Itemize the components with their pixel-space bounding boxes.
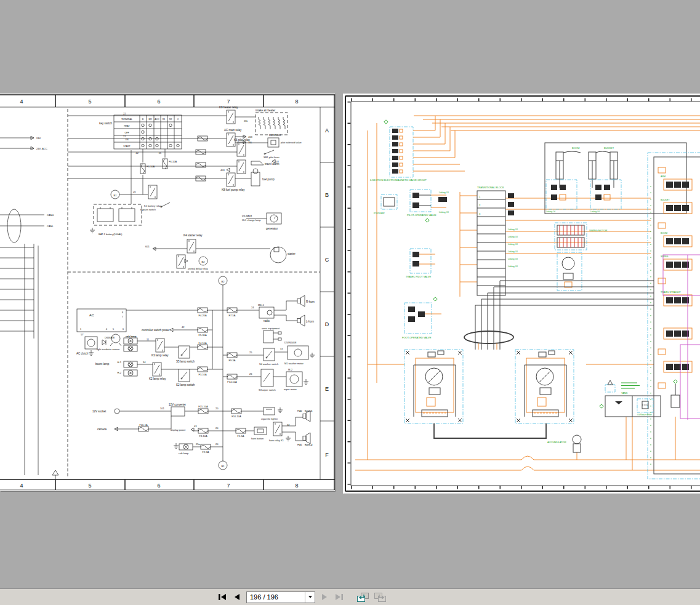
port-label: Linking Oil bbox=[508, 243, 518, 246]
next-page-icon bbox=[321, 593, 328, 601]
pdf-page-left-wiring-diagram: 4 5 6 7 8 4 5 6 7 8 A B C D E F 24V 24V_… bbox=[0, 94, 335, 491]
pin-number: 4 bbox=[106, 328, 107, 331]
component-label: travel alarm bbox=[265, 162, 280, 166]
fuse-label: F5-30A bbox=[198, 334, 206, 337]
transitional-block: TRANSITIONAL BLOCK 1 2 3 Linking Oil Lin… bbox=[477, 186, 518, 295]
component-label: SWING MOTOR bbox=[589, 229, 608, 232]
wire-number: 42 bbox=[182, 326, 185, 329]
port-label: Linking Oil bbox=[590, 210, 600, 213]
grid-col-label: 6 bbox=[157, 98, 160, 105]
pdf-navigation-toolbar: 196 / 196 bbox=[0, 588, 700, 605]
table-header: TERMINAL bbox=[121, 118, 132, 121]
first-page-icon bbox=[218, 593, 227, 601]
component-label: Oil Return Filter bbox=[637, 414, 653, 416]
port-label: Linking Oil bbox=[439, 191, 449, 194]
table-row-label: ON bbox=[125, 138, 129, 141]
dropdown-arrow-icon bbox=[308, 596, 312, 598]
fuse-label: F6-10A bbox=[169, 160, 177, 163]
wire-number: 24 bbox=[251, 306, 254, 309]
component-label: AC bbox=[89, 313, 94, 317]
wire-number: 43 bbox=[194, 425, 197, 428]
pdf-viewer-window: 4 5 6 7 8 4 5 6 7 8 A B C D E F 24V 24V_… bbox=[0, 0, 700, 605]
fuse-label: F5-10A bbox=[147, 165, 155, 168]
table-header: ACC bbox=[155, 118, 159, 121]
pin-number: 5 bbox=[113, 328, 114, 331]
cabin-harness-connector: 24V 24V_ACC CANH CANL bbox=[0, 136, 58, 479]
hydraulic-tank: TANK Oil Return Filter bbox=[600, 380, 680, 417]
first-page-button[interactable] bbox=[217, 591, 228, 603]
component-label: P1 PUMP bbox=[374, 212, 385, 215]
component-label: D6-6A1B bbox=[242, 214, 252, 217]
wiper-row: F14-10A 26 S3 wiper switch M-2 wiper mot… bbox=[223, 368, 308, 391]
pilot-valve-column: P1 PUMP PILOT-OPERATED VALVE Linking Oil… bbox=[374, 190, 449, 339]
component-label: generator bbox=[266, 227, 278, 230]
wire-number: 20 bbox=[215, 443, 219, 446]
wire-number: 26L bbox=[244, 119, 248, 122]
component-label: K4 starter relay bbox=[183, 234, 203, 237]
page-number-input[interactable]: 196 / 196 bbox=[246, 591, 315, 603]
component-label: MD-1 bbox=[258, 303, 265, 307]
wire-number: 20 bbox=[215, 407, 219, 410]
port-label: Linking Oil bbox=[508, 258, 518, 260]
port-label: Linking Oil bbox=[508, 265, 518, 268]
wire-number: 25a bbox=[196, 443, 200, 446]
page-indicator-value[interactable]: 196 / 196 bbox=[247, 593, 305, 601]
wire-number: 22 bbox=[123, 112, 126, 115]
previous-view-button[interactable] bbox=[356, 591, 369, 603]
component-label: K8 fuel pump relay bbox=[222, 188, 245, 191]
valve-section-label: ARM bbox=[661, 175, 666, 178]
component-label: horn button bbox=[251, 437, 264, 440]
next-view-button[interactable] bbox=[373, 591, 387, 603]
component-label: K5 pilot relay bbox=[234, 138, 251, 142]
component-label: cigarette lighter bbox=[261, 417, 278, 420]
grid-row-label: D bbox=[325, 321, 329, 327]
connector-label: B2 bbox=[202, 260, 206, 263]
pin-number: 1 bbox=[80, 328, 81, 331]
wire-number: 601 bbox=[145, 245, 150, 248]
component-label: K2 lamp relay bbox=[149, 377, 166, 380]
component-label: cab lamp bbox=[179, 452, 189, 455]
component-label: camera bbox=[97, 428, 107, 431]
component-label: horn-1 bbox=[305, 409, 313, 412]
pdf-page-right-hydraulic-schematic: 6-SECTION ELECTROMAGNETIC VALVE GROUP P1… bbox=[343, 94, 700, 494]
fuse-label: F1-5A bbox=[238, 435, 244, 438]
last-page-button[interactable] bbox=[334, 591, 345, 603]
fuse-label: F16-10A bbox=[231, 415, 241, 418]
next-page-button[interactable] bbox=[319, 591, 330, 603]
wire-tag: CANL bbox=[47, 225, 54, 228]
component-label: L-horn bbox=[306, 320, 315, 323]
block-row-number: 2 bbox=[479, 204, 481, 207]
fuse-label: F3-10A bbox=[198, 373, 206, 376]
grid-col-label: 4 bbox=[20, 98, 23, 105]
component-label: K3 lamp relay bbox=[151, 354, 169, 357]
cab-lamp-row: cab lamp 11 K3 lamp relay S5 lamp switch… bbox=[124, 335, 223, 363]
battery-starter-section: B1 20 K1 battery relay bypass switch BAT… bbox=[90, 185, 296, 270]
port-label: Linking Oil bbox=[508, 236, 518, 238]
ground-symbol bbox=[52, 470, 58, 479]
right-page-frame bbox=[345, 96, 700, 491]
hydraulic-schematic-svg: 6-SECTION ELECTROMAGNETIC VALVE GROUP P1… bbox=[343, 94, 700, 494]
component-label: controller switch power bbox=[142, 329, 170, 332]
component-label: 12V socket bbox=[92, 410, 107, 413]
connector-label: B1 bbox=[114, 194, 118, 197]
valve-section-label: BOOM bbox=[661, 232, 667, 234]
grid-row-label: B bbox=[325, 192, 329, 198]
component-label: HA2 bbox=[297, 409, 303, 412]
previous-page-button[interactable] bbox=[231, 591, 243, 603]
grid-col-label: 5 bbox=[88, 483, 91, 489]
fuse-label: F9-3A bbox=[229, 359, 236, 362]
table-row-label: HEAT bbox=[124, 125, 130, 127]
ac-clutch-sensor-row: 57 D666A/B AC clutch light irradiator se… bbox=[76, 333, 121, 355]
wire-tag: CANH bbox=[47, 214, 54, 217]
page-dropdown-button[interactable] bbox=[305, 592, 315, 603]
port-label: Linking Oil bbox=[439, 211, 449, 214]
component-label: 12V converter bbox=[169, 403, 187, 406]
table-header: C bbox=[177, 118, 179, 121]
component-label: light irradiator sensor bbox=[97, 348, 120, 351]
fuse-label: F8-10A bbox=[199, 435, 207, 438]
pin-number: 7 bbox=[122, 316, 123, 318]
grid-col-label: 8 bbox=[295, 483, 298, 489]
pin-number: 6 bbox=[123, 328, 124, 331]
travel-return-line bbox=[434, 423, 546, 438]
valve-section-label: BUCKET bbox=[661, 199, 670, 201]
